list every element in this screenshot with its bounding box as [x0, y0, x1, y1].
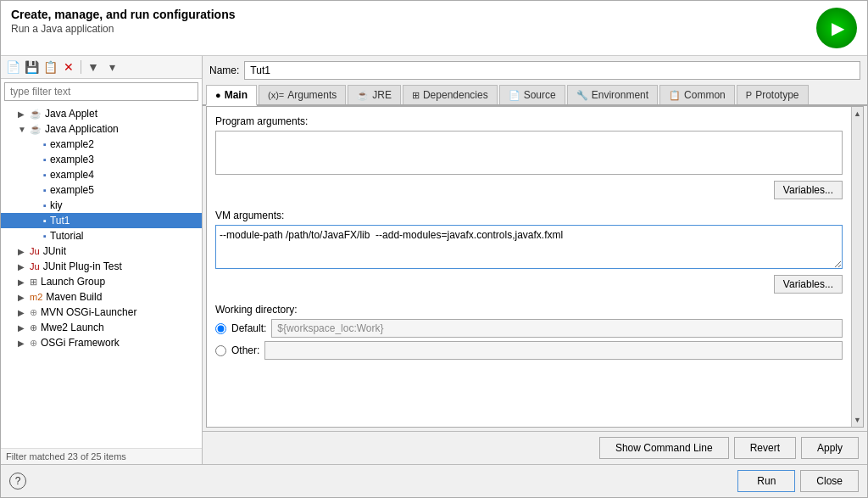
tree-item-java-applet[interactable]: ▶ ☕ Java Applet — [1, 106, 202, 121]
tree-item-example2[interactable]: ▪ example2 — [1, 137, 202, 152]
scroll-down-arrow[interactable]: ▼ — [851, 413, 864, 427]
expand-arrow: ▶ — [18, 323, 30, 333]
working-dir-section: Working directory: Default: Other: — [215, 304, 843, 360]
left-panel: 📄 💾 📋 ✕ ▼ ▾ ▶ ☕ Java Applet ▼ — [1, 56, 203, 464]
variables-button-2[interactable]: Variables... — [774, 275, 843, 294]
tree-item-tutorial[interactable]: ▪ Tutorial — [1, 228, 202, 243]
new-config-button[interactable]: 📄 — [4, 59, 21, 76]
tab-arguments[interactable]: (x)= Arguments — [259, 85, 346, 104]
other-radio[interactable] — [215, 345, 226, 356]
tree-item-label: JUnit Plug-in Test — [43, 260, 122, 272]
tree-item-launch-group[interactable]: ▶ ⊞ Launch Group — [1, 274, 202, 289]
toolbar: 📄 💾 📋 ✕ ▼ ▾ — [1, 56, 202, 79]
tree-item-label: Java Application — [45, 123, 119, 135]
close-button[interactable]: Close — [800, 470, 859, 492]
default-radio-label: Default: — [231, 322, 266, 334]
tree-item-label: example3 — [50, 154, 94, 165]
tab-environment[interactable]: 🔧 Environment — [567, 85, 658, 104]
osgi-fw-icon: ⊕ — [30, 338, 37, 349]
tab-main[interactable]: ● Main — [206, 85, 257, 106]
default-dir-input[interactable] — [271, 319, 843, 338]
show-command-line-button[interactable]: Show Command Line — [599, 437, 729, 459]
expand-arrow: ▶ — [18, 262, 30, 271]
expand-arrow: ▼ — [18, 125, 30, 134]
tree-item-mvn-osgi[interactable]: ▶ ⊕ MVN OSGi-Launcher — [1, 305, 202, 320]
tree-item-osgi[interactable]: ▶ ⊕ OSGi Framework — [1, 335, 202, 350]
app-icon: ▪ — [43, 139, 47, 149]
name-label: Name: — [209, 64, 239, 76]
tree-item-example5[interactable]: ▪ example5 — [1, 182, 202, 198]
jre-tab-icon: ☕ — [357, 90, 369, 101]
dialog-body: 📄 💾 📋 ✕ ▼ ▾ ▶ ☕ Java Applet ▼ — [1, 56, 867, 464]
tree-item-kiy[interactable]: ▪ kiy — [1, 198, 202, 213]
program-args-input[interactable] — [215, 131, 843, 175]
mwe2-icon: ⊕ — [30, 322, 37, 333]
revert-button[interactable]: Revert — [734, 437, 796, 459]
tab-label: Main — [225, 89, 248, 101]
tree-item-tut1[interactable]: ▪ Tut1 — [1, 213, 202, 228]
app-icon: ▪ — [43, 200, 47, 210]
tab-label: Dependencies — [423, 89, 488, 101]
delete-button[interactable]: ✕ — [60, 59, 77, 76]
app-icon: ▪ — [43, 215, 47, 226]
filter-input[interactable] — [4, 82, 198, 101]
tab-common[interactable]: 📋 Common — [659, 85, 735, 104]
tree-item-label: Mwe2 Launch — [41, 322, 104, 333]
tree-item-label: Tut1 — [50, 215, 70, 227]
java-applet-icon: ☕ — [30, 109, 42, 120]
common-tab-icon: 📋 — [669, 90, 681, 101]
env-tab-icon: 🔧 — [576, 90, 588, 101]
tree-item-java-application[interactable]: ▼ ☕ Java Application — [1, 121, 202, 137]
java-app-icon: ☕ — [30, 124, 42, 135]
tree-item-label: MVN OSGi-Launcher — [41, 306, 136, 318]
tree-item-label: Java Applet — [45, 108, 97, 120]
dropdown-button[interactable]: ▾ — [103, 59, 120, 76]
tab-dependencies[interactable]: ⊞ Dependencies — [403, 85, 498, 104]
run-icon — [816, 8, 857, 48]
save-button[interactable]: 💾 — [23, 59, 40, 76]
tree-item-junit[interactable]: ▶ Ju JUnit — [1, 243, 202, 259]
tree-item-example3[interactable]: ▪ example3 — [1, 152, 202, 167]
tab-source[interactable]: 📄 Source — [499, 85, 565, 104]
apply-button[interactable]: Apply — [801, 437, 859, 459]
variables-button-1[interactable]: Variables... — [774, 181, 843, 199]
other-dir-input[interactable] — [264, 341, 843, 360]
tree-item-label: JUnit — [43, 245, 66, 257]
vm-args-section: VM arguments: Variables... — [215, 210, 843, 294]
other-radio-row: Other: — [215, 341, 843, 360]
tree-item-junit-plugin[interactable]: ▶ Ju JUnit Plug-in Test — [1, 259, 202, 274]
content-scrollbar[interactable]: ▲ ▼ — [851, 107, 863, 427]
name-input[interactable] — [244, 61, 860, 80]
tab-bar: ● Main (x)= Arguments ☕ JRE ⊞ Dependenci… — [203, 85, 867, 106]
tab-content-wrapper: Program arguments: Variables... VM argum… — [206, 106, 864, 428]
source-tab-icon: 📄 — [509, 90, 520, 101]
tree-item-mwe2[interactable]: ▶ ⊕ Mwe2 Launch — [1, 320, 202, 335]
run-button[interactable]: Run — [737, 470, 795, 492]
proto-tab-icon: P — [746, 90, 752, 100]
expand-arrow: ▶ — [18, 293, 30, 302]
copy-button[interactable]: 📋 — [42, 59, 58, 76]
app-icon: ▪ — [43, 170, 47, 180]
help-button[interactable]: ? — [9, 473, 26, 490]
app-icon: ▪ — [43, 154, 47, 165]
tab-jre[interactable]: ☕ JRE — [348, 85, 401, 104]
tree-item-label: Tutorial — [50, 230, 84, 242]
tree-item-label: OSGi Framework — [41, 337, 120, 349]
tree-item-label: kiy — [50, 199, 63, 211]
default-radio[interactable] — [215, 323, 226, 334]
junit-icon: Ju — [30, 246, 40, 256]
tab-prototype[interactable]: P Prototype — [737, 85, 809, 104]
expand-arrow: ▶ — [18, 308, 30, 317]
tree-item-maven-build[interactable]: ▶ m2 Maven Build — [1, 289, 202, 305]
other-radio-label: Other: — [231, 344, 259, 356]
vm-args-input[interactable] — [215, 225, 843, 269]
launch-group-icon: ⊞ — [30, 277, 37, 288]
tab-label: Arguments — [287, 89, 337, 101]
filter-button[interactable]: ▼ — [85, 59, 102, 76]
args-tab-icon: (x)= — [268, 90, 284, 100]
scroll-up-arrow[interactable]: ▲ — [851, 107, 864, 120]
tab-label: Environment — [592, 89, 648, 101]
vars-btn-row: Variables... — [215, 177, 843, 199]
osgi-icon: ⊕ — [30, 307, 37, 318]
tree-item-example4[interactable]: ▪ example4 — [1, 167, 202, 182]
